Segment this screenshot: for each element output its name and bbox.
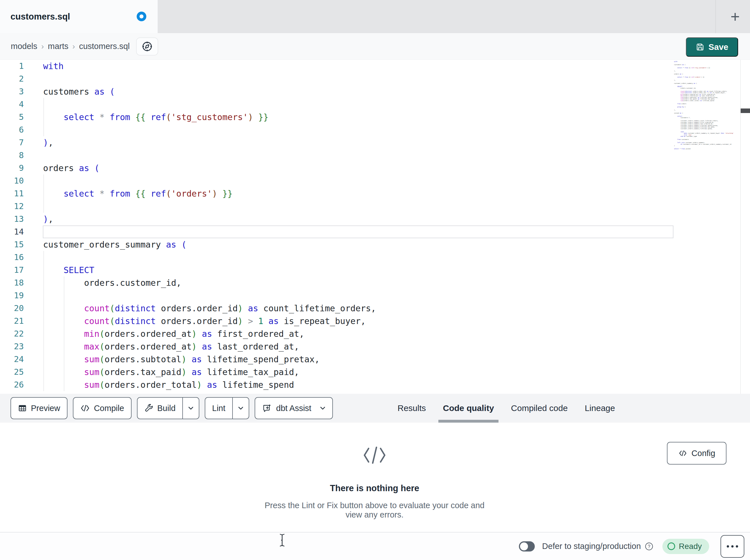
line-number: 12 [0, 200, 24, 213]
line-content: count(distinct orders.order_id) > 1 as i… [24, 315, 366, 328]
editor-scrollbar-thumb[interactable] [741, 108, 750, 113]
code-line-11[interactable]: 11 select * from {{ ref('orders') }} [0, 187, 750, 200]
line-number: 14 [0, 226, 24, 238]
lint-button[interactable]: Lint [205, 398, 232, 419]
breadcrumb-models[interactable]: models [11, 42, 37, 51]
compile-button[interactable]: Compile [73, 397, 131, 419]
editor-minimap[interactable]: with customers as ( select * from {{ ref… [674, 61, 740, 392]
ellipsis-icon [731, 545, 733, 547]
tab-code-quality[interactable]: Code quality [434, 394, 502, 422]
code-line-26[interactable]: 26 sum(orders.order_total) as lifetime_s… [0, 378, 750, 391]
empty-state-subtitle: Press the Lint or Fix button above to ev… [261, 501, 488, 519]
defer-toggle[interactable] [519, 541, 535, 552]
code-line-16[interactable]: 16 [0, 251, 750, 264]
file-tab-customers-sql[interactable]: customers.sql [0, 0, 158, 33]
code-line-17[interactable]: 17 SELECT [0, 264, 750, 276]
status-label: Ready [679, 542, 702, 551]
line-number: 22 [0, 328, 24, 340]
line-number: 3 [0, 85, 24, 98]
save-floppy-icon [695, 42, 705, 51]
breadcrumb-customers-sql[interactable]: customers.sql [79, 42, 130, 51]
code-line-8[interactable]: 8 [0, 149, 750, 162]
code-line-6[interactable]: 6 [0, 124, 750, 136]
code-line-21[interactable]: 21 count(distinct orders.order_id) > 1 a… [0, 315, 750, 328]
code-brackets-icon [80, 404, 90, 412]
line-content: min(orders.ordered_at) as first_ordered_… [24, 328, 304, 340]
code-line-3[interactable]: 3customers as ( [0, 85, 750, 98]
help-icon[interactable]: ? [645, 542, 653, 551]
line-content: ), [24, 213, 53, 226]
line-number: 26 [0, 378, 24, 391]
line-content: with [24, 60, 63, 72]
code-line-25[interactable]: 25 sum(orders.tax_paid) as lifetime_tax_… [0, 366, 750, 378]
code-line-12[interactable]: 12 [0, 200, 750, 213]
wrench-icon [144, 403, 153, 413]
more-options-button[interactable] [721, 535, 744, 558]
defer-label: Defer to staging/production [542, 542, 641, 551]
build-dropdown-button[interactable] [182, 398, 199, 419]
line-number: 17 [0, 264, 24, 276]
code-line-5[interactable]: 5 select * from {{ ref('stg_customers') … [0, 111, 750, 124]
code-line-4[interactable]: 4 [0, 98, 750, 111]
line-content: SELECT [24, 264, 94, 276]
code-line-9[interactable]: 9orders as ( [0, 162, 750, 174]
line-number: 19 [0, 289, 24, 302]
tab-lineage[interactable]: Lineage [576, 394, 624, 422]
line-content: select * from {{ ref('orders') }} [24, 187, 233, 200]
code-line-18[interactable]: 18 orders.customer_id, [0, 276, 750, 289]
code-line-23[interactable]: 23 max(orders.ordered_at) as last_ordere… [0, 340, 750, 353]
lint-dropdown-button[interactable] [232, 398, 249, 419]
code-line-19[interactable]: 19 [0, 289, 750, 302]
lint-split-button: Lint [205, 397, 249, 419]
new-tab-button[interactable]: + [720, 0, 750, 33]
dbt-assist-button[interactable]: dbt Assist [255, 397, 333, 419]
breadcrumb-separator: › [41, 42, 44, 51]
code-line-22[interactable]: 22 min(orders.ordered_at) as first_order… [0, 328, 750, 340]
lineage-compass-button[interactable] [136, 37, 158, 56]
ide-status-badge[interactable]: Ready [663, 539, 709, 554]
code-line-20[interactable]: 20 count(distinct orders.order_id) as co… [0, 302, 750, 315]
code-brackets-icon [361, 445, 388, 466]
code-line-7[interactable]: 7), [0, 136, 750, 149]
code-line-14[interactable]: 14 [0, 226, 750, 238]
code-lines: 1with23customers as (45 select * from {{… [0, 60, 750, 391]
minimap-code: with customers as ( select * from {{ ref… [674, 61, 740, 150]
line-content: customers as ( [24, 85, 115, 98]
empty-state: There is nothing here Press the Lint or … [261, 422, 488, 519]
tab-results-label: Results [397, 403, 426, 413]
line-number: 4 [0, 98, 24, 111]
assist-chat-sparkle-icon [262, 403, 272, 413]
dbt-assist-label: dbt Assist [276, 403, 311, 413]
code-line-10[interactable]: 10 [0, 174, 750, 187]
save-button[interactable]: Save [686, 37, 738, 57]
config-label: Config [692, 449, 715, 458]
line-content: customer_orders_summary as ( [24, 238, 186, 251]
breadcrumb-marts[interactable]: marts [48, 42, 68, 51]
line-number: 20 [0, 302, 24, 315]
table-grid-icon [18, 403, 27, 413]
text-cursor [278, 533, 286, 547]
code-line-24[interactable]: 24 sum(orders.subtotal) as lifetime_spen… [0, 353, 750, 366]
compass-icon [141, 41, 153, 53]
line-content: orders as ( [24, 162, 100, 174]
ellipsis-icon [736, 545, 738, 547]
svg-text:?: ? [648, 544, 650, 549]
code-brackets-icon [678, 450, 687, 457]
preview-button[interactable]: Preview [11, 397, 67, 419]
line-content: max(orders.ordered_at) as last_ordered_a… [24, 340, 299, 353]
code-quality-panel: Config There is nothing here Press the L… [0, 422, 750, 532]
code-editor[interactable]: 1with23customers as (45 select * from {{… [0, 60, 750, 394]
tab-compiled-code[interactable]: Compiled code [502, 394, 576, 422]
result-tabs: Results Code quality Compiled code Linea… [389, 394, 624, 422]
build-split-button: Build [137, 397, 200, 419]
code-line-13[interactable]: 13), [0, 213, 750, 226]
config-button[interactable]: Config [667, 442, 727, 464]
code-line-1[interactable]: 1with [0, 60, 750, 72]
tab-results[interactable]: Results [389, 394, 434, 422]
code-line-2[interactable]: 2 [0, 72, 750, 85]
chevron-down-icon [238, 406, 243, 410]
build-button[interactable]: Build [138, 398, 183, 419]
line-content: sum(orders.tax_paid) as lifetime_tax_pai… [24, 366, 299, 378]
code-line-15[interactable]: 15customer_orders_summary as ( [0, 238, 750, 251]
line-number: 10 [0, 174, 24, 187]
